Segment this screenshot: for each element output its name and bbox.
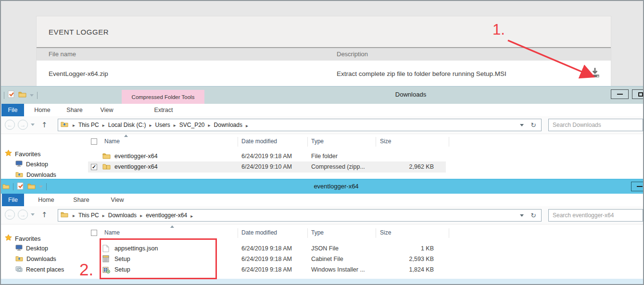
breadcrumb-users[interactable]: Users (146, 122, 170, 128)
address-bar-controls: ↻ (515, 210, 541, 221)
search-box-downloads[interactable] (548, 119, 643, 131)
annotation-rectangle (100, 238, 217, 279)
search-box-eventlogger[interactable] (548, 209, 643, 222)
breadcrumb-separator-icon (69, 122, 78, 128)
file-size: 1,824 KB (376, 266, 434, 273)
breadcrumb-eventlogger-x64[interactable]: eventlogger-x64 (137, 212, 187, 219)
column-separator[interactable] (376, 137, 376, 147)
address-bar[interactable]: This PC Local Disk (C:) Users SVC_P20 Do… (58, 119, 542, 131)
tab-home[interactable]: Home (30, 104, 55, 116)
breadcrumb-label: Users (155, 122, 170, 128)
column-separator[interactable] (376, 228, 376, 238)
file-date: 6/24/2019 9:18 AM (241, 256, 292, 262)
breadcrumb-separator-icon (99, 122, 108, 128)
column-header-date-modified[interactable]: Date modified (241, 229, 277, 236)
column-header-size[interactable]: Size (380, 138, 391, 145)
breadcrumb-svc-p20[interactable]: SVC_P20 (170, 122, 205, 128)
breadcrumb-separator-icon (99, 212, 108, 219)
select-all-checkbox[interactable] (91, 230, 97, 236)
tab-extract[interactable]: Extract (144, 104, 183, 116)
up-one-level-icon[interactable]: ↑ (41, 121, 48, 129)
breadcrumb-downloads[interactable]: Downloads (205, 122, 242, 128)
explorer-window-downloads: Compressed Folder Tools Downloads File H… (1, 86, 643, 179)
column-separator[interactable] (238, 228, 238, 238)
column-separator[interactable] (307, 228, 308, 238)
refresh-icon[interactable]: ↻ (529, 121, 541, 129)
file-row-eventlogger-folder[interactable]: eventlogger-x64 6/24/2019 9:18 AM File f… (1, 151, 643, 162)
contextual-tab-label: Compressed Folder Tools (132, 94, 195, 100)
search-input-downloads[interactable] (549, 119, 643, 131)
tab-view[interactable]: View (105, 194, 130, 206)
file-date: 6/24/2019 9:18 AM (241, 245, 292, 252)
breadcrumb-separator-icon (242, 121, 252, 129)
new-folder-icon[interactable] (27, 183, 36, 191)
breadcrumb-this-pc[interactable]: This PC (69, 212, 99, 219)
maximize-icon (638, 92, 643, 97)
column-header-name[interactable]: Name (104, 138, 120, 145)
folder-icon (102, 152, 111, 161)
file-row-eventlogger-zip[interactable]: eventlogger-x64 6/24/2019 9:10 AM Compre… (1, 162, 643, 173)
file-row-setup-msi[interactable]: Setup 6/24/2019 9:18 AM Windows Installe… (1, 265, 643, 275)
column-separator[interactable] (449, 137, 449, 147)
column-header-date-modified[interactable]: Date modified (241, 138, 277, 145)
window-title: eventlogger-x64 (295, 183, 377, 190)
search-input-eventlogger[interactable] (549, 210, 643, 221)
column-separator[interactable] (449, 228, 449, 238)
sort-ascending-icon (170, 225, 174, 228)
select-all-checkbox[interactable] (91, 138, 97, 145)
column-separator[interactable] (307, 137, 308, 147)
contextual-tab-compressed-folder-tools[interactable]: Compressed Folder Tools (122, 90, 204, 104)
separator (13, 183, 13, 190)
column-separator[interactable] (238, 137, 238, 147)
column-header-name[interactable]: Name (104, 229, 120, 236)
column-header-type[interactable]: Type (311, 229, 324, 236)
address-row-downloads: ← → ↑ This PC Local Disk (C:) Users (1, 116, 643, 134)
address-dropdown-icon[interactable] (520, 124, 524, 126)
tab-view-label: View (101, 107, 114, 113)
maximize-button[interactable] (632, 89, 643, 99)
row-checkbox-checked[interactable] (91, 164, 97, 170)
breadcrumb-separator-icon (170, 122, 179, 128)
tab-share[interactable]: Share (62, 104, 88, 116)
file-type: JSON File (311, 245, 339, 252)
zip-folder-icon (102, 163, 111, 171)
breadcrumb-separator-icon (146, 122, 155, 128)
recent-locations-icon[interactable] (31, 124, 35, 126)
minimize-icon (617, 94, 623, 95)
tab-share[interactable]: Share (68, 194, 94, 206)
breadcrumb-local-disk[interactable]: Local Disk (C:) (99, 122, 146, 128)
up-one-level-icon[interactable]: ↑ (41, 211, 48, 219)
tab-view[interactable]: View (94, 104, 119, 116)
tab-file[interactable]: File (1, 104, 24, 116)
breadcrumb-separator-icon (69, 212, 78, 219)
column-header-type[interactable]: Type (311, 138, 324, 145)
breadcrumb-downloads[interactable]: Downloads (99, 212, 137, 219)
minimize-button[interactable] (611, 89, 629, 99)
new-folder-icon[interactable] (18, 91, 26, 99)
address-folder-icon (61, 121, 68, 129)
qat-customize-icon[interactable] (30, 94, 34, 97)
forward-icon[interactable]: → (18, 120, 28, 130)
qat-customize-icon[interactable] (39, 186, 43, 188)
properties-icon[interactable] (8, 90, 15, 100)
address-dropdown-icon[interactable] (520, 214, 524, 217)
refresh-icon[interactable]: ↻ (529, 211, 541, 219)
column-header-size[interactable]: Size (380, 229, 391, 236)
page-title: EVENT LOGGER (49, 28, 109, 36)
tab-file[interactable]: File (2, 194, 24, 206)
tab-file-label: File (8, 197, 18, 203)
breadcrumb-this-pc[interactable]: This PC (69, 122, 99, 128)
file-row-setup-cab[interactable]: Setup 6/24/2019 9:18 AM Cabinet File 2,5… (1, 254, 643, 265)
list-header-eventlogger: Name Date modified Type Size (1, 228, 643, 238)
minimize-button[interactable] (631, 182, 643, 191)
address-bar[interactable]: This PC Downloads eventlogger-x64 ↻ (58, 209, 542, 222)
tab-home[interactable]: Home (34, 194, 59, 206)
tab-home-label: Home (38, 197, 54, 203)
file-row-appsettings[interactable]: appsettings.json 6/24/2019 9:18 AM JSON … (1, 244, 643, 254)
file-list-area-eventlogger: Favorites Desktop Downloads Recent place… (1, 224, 643, 285)
back-icon[interactable]: ← (5, 120, 15, 130)
recent-locations-icon[interactable] (31, 213, 35, 216)
forward-icon[interactable]: → (18, 210, 28, 220)
properties-icon[interactable] (17, 182, 24, 192)
back-icon[interactable]: ← (5, 210, 15, 220)
